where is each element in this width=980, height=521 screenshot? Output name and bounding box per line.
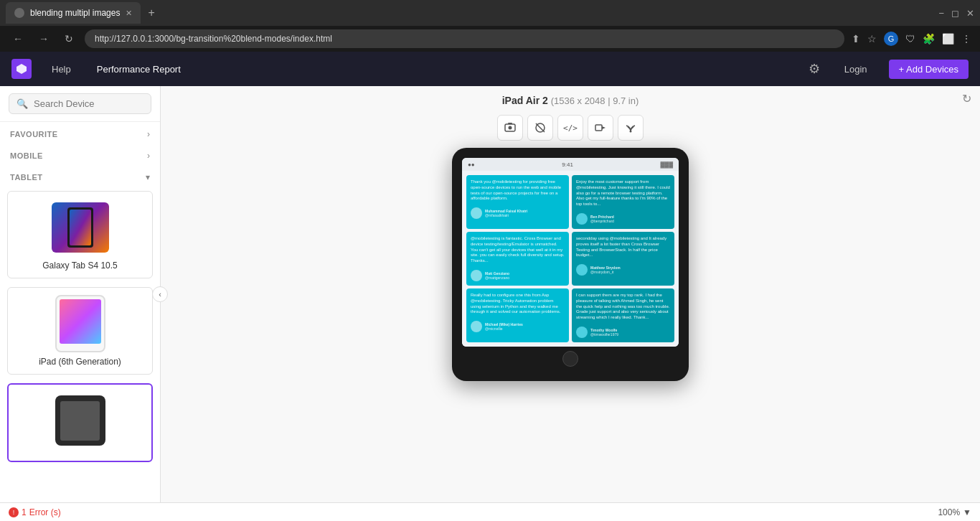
- tweet-avatar-3: [471, 270, 482, 281]
- tweet-username-5: Michael (Mike) Harries @micnellie: [485, 322, 523, 331]
- nav-performance-report[interactable]: Performance Report: [91, 61, 187, 78]
- tweet-avatar-4: [576, 264, 588, 276]
- error-indicator: !: [9, 507, 19, 517]
- tablet-frame: ●● 9:41 ▓▓▓ Thank you @mobiletesting for…: [452, 148, 689, 381]
- zoom-value: 100%: [938, 507, 960, 517]
- tab-title: blending multipl images: [30, 8, 120, 18]
- menu-icon[interactable]: ⋮: [961, 33, 971, 44]
- device-card-ipad-6th[interactable]: iPad (6th Generation): [7, 287, 153, 375]
- search-container: 🔍: [0, 86, 160, 122]
- login-button[interactable]: Login: [837, 61, 875, 78]
- category-mobile[interactable]: MOBILE ›: [0, 144, 160, 165]
- category-tablet[interactable]: TABLET ▾: [0, 165, 160, 187]
- screenshot-button[interactable]: [497, 115, 523, 141]
- close-button[interactable]: ✕: [966, 8, 974, 19]
- zoom-arrow-icon: ▼: [963, 507, 971, 517]
- zoom-control[interactable]: 100% ▼: [938, 507, 971, 517]
- tablet-battery: ▓▓▓: [661, 161, 674, 168]
- network-button[interactable]: [618, 115, 644, 141]
- svg-marker-0: [17, 64, 27, 74]
- svg-rect-8: [595, 125, 602, 131]
- sidebar-collapse-button[interactable]: ‹: [152, 286, 168, 302]
- code-button[interactable]: </>: [557, 115, 583, 141]
- ipad-gen-screen: [60, 299, 101, 344]
- tweet-avatar-5: [471, 321, 482, 332]
- shield-icon[interactable]: 🛡: [905, 33, 915, 44]
- tweet-avatar-2: [576, 213, 588, 225]
- code-icon: </>: [563, 123, 578, 133]
- settings-button[interactable]: ⚙: [806, 58, 823, 80]
- extensions-icon[interactable]: 🧩: [923, 33, 935, 44]
- url-input[interactable]: [85, 29, 844, 48]
- tweet-username-6: Timothy Woolfe @timwoolfer1979: [590, 328, 618, 337]
- toolbar: </>: [497, 115, 644, 141]
- ipad-gen-image: [55, 295, 105, 352]
- touch-button[interactable]: [527, 115, 553, 141]
- forward-button[interactable]: →: [34, 32, 53, 46]
- category-favourite[interactable]: FAVOURITE ›: [0, 122, 160, 144]
- category-favourite-label: FAVOURITE: [10, 130, 58, 139]
- device-name-ipad-6th: iPad (6th Generation): [15, 357, 145, 367]
- device-specs: (1536 x 2048 | 9.7 in): [551, 95, 639, 106]
- device-card-galaxy-tab-s4[interactable]: Galaxy Tab S4 10.5: [7, 191, 153, 278]
- nav-help[interactable]: Help: [46, 61, 77, 78]
- window-controls: − ◻ ✕: [938, 8, 974, 19]
- tweet-user-6: Timothy Woolfe @timwoolfer1979: [576, 327, 670, 338]
- device-card-ipad-air2-sidebar[interactable]: [7, 383, 153, 462]
- device-title-bar: iPad Air 2 (1536 x 2048 | 9.7 in): [161, 86, 980, 115]
- tweet-user-1: Muhammad Faisal Khatri @mfaisalkhatri: [471, 207, 565, 219]
- tweet-avatar-6: [576, 327, 588, 338]
- tab-bar: blending multipl images ✕ +: [6, 2, 933, 24]
- content-area: ↻ iPad Air 2 (1536 x 2048 | 9.7 in) </>: [161, 86, 980, 502]
- tweet-text-2: Enjoy the most customer support from @mo…: [576, 179, 670, 207]
- tweet-text-4: secondday using @mobiletesting and It al…: [576, 236, 670, 258]
- back-button[interactable]: ←: [9, 32, 27, 46]
- tweet-username-2: Ben Pritchard @benpritchard: [590, 215, 614, 223]
- app-logo: [11, 59, 32, 79]
- record-button[interactable]: [588, 115, 613, 141]
- tweet-card-1: Thank you @mobiletesting for providing f…: [466, 175, 569, 229]
- profile-icon: G: [884, 32, 898, 46]
- minimize-button[interactable]: −: [938, 8, 944, 19]
- tweet-text-1: Thank you @mobiletesting for providing f…: [471, 179, 565, 202]
- galaxy-tab-image: [52, 202, 109, 253]
- tablet-screen: ●● 9:41 ▓▓▓ Thank you @mobiletesting for…: [462, 158, 679, 347]
- tweet-card-3: @mobiletesting is fantastic. Cross Brows…: [466, 232, 569, 286]
- svg-rect-5: [508, 123, 512, 124]
- category-mobile-label: MOBILE: [10, 151, 43, 160]
- refresh-icon[interactable]: ↻: [962, 92, 971, 105]
- tweet-user-4: Matthew Strydom @mstrydom_it: [576, 264, 670, 276]
- category-mobile-arrow: ›: [147, 151, 150, 161]
- svg-point-4: [509, 126, 512, 130]
- ipad-air2-screen-small: [60, 401, 100, 441]
- ipad-air2-image: [55, 395, 105, 446]
- tweet-user-2: Ben Pritchard @benpritchard: [576, 213, 670, 225]
- new-tab-button[interactable]: +: [143, 6, 159, 19]
- sidebar: 🔍 FAVOURITE › MOBILE › TABLET ▾: [0, 86, 161, 502]
- tablet-content: Thank you @mobiletesting for providing f…: [462, 171, 679, 347]
- svg-rect-2: [70, 210, 91, 245]
- category-favourite-arrow: ›: [147, 129, 150, 139]
- layout-icon[interactable]: ⬜: [942, 33, 954, 44]
- maximize-button[interactable]: ◻: [951, 8, 959, 19]
- search-box: 🔍: [9, 93, 151, 114]
- add-devices-button[interactable]: + Add Devices: [889, 60, 969, 79]
- tweet-avatar-1: [471, 207, 482, 219]
- device-name-galaxy-tab-s4: Galaxy Tab S4 10.5: [15, 260, 145, 271]
- device-thumb-galaxy-tab-s4: [52, 199, 109, 256]
- address-bar: ← → ↻ ⬆ ☆ G 🛡 🧩 ⬜ ⋮: [0, 26, 980, 52]
- tweet-card-6: I can support them are my top rank. I ha…: [572, 288, 674, 342]
- category-tablet-label: TABLET: [10, 173, 43, 182]
- search-input[interactable]: [34, 98, 143, 109]
- tablet-home-button[interactable]: [562, 351, 578, 367]
- tab-close-button[interactable]: ✕: [126, 9, 132, 18]
- share-icon[interactable]: ⬆: [852, 33, 860, 44]
- main-layout: 🔍 FAVOURITE › MOBILE › TABLET ▾: [0, 86, 980, 502]
- tweet-card-4: secondday using @mobiletesting and It al…: [572, 232, 674, 286]
- active-tab[interactable]: blending multipl images ✕: [6, 2, 141, 24]
- tweet-text-5: Really had to configure one this from As…: [471, 293, 565, 315]
- reload-button[interactable]: ↻: [60, 32, 77, 46]
- bookmark-icon[interactable]: ☆: [867, 33, 877, 44]
- app-header: Help Performance Report ⚙ Login + Add De…: [0, 52, 980, 86]
- tablet-signal: ●●: [468, 161, 475, 168]
